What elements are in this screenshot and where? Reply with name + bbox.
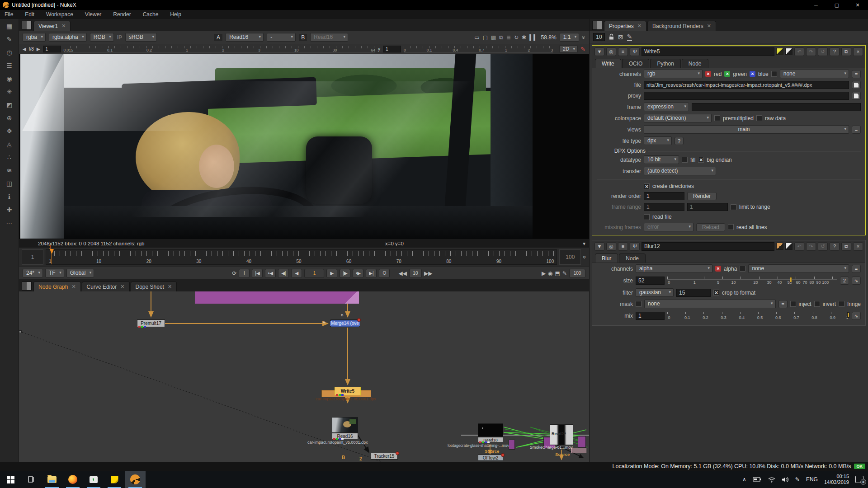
gamma-input[interactable] [383, 46, 401, 52]
play-backward-button[interactable]: ◀ [291, 269, 302, 278]
notification-center-icon[interactable]: 3 [855, 476, 863, 483]
tab-python[interactable]: Python [650, 59, 680, 68]
proxy-browse-icon[interactable] [852, 92, 861, 100]
input-process-toggle[interactable]: IP [117, 34, 122, 41]
menu-file[interactable]: File [5, 11, 13, 18]
menu-help[interactable]: Help [170, 11, 181, 18]
mask-equals-button[interactable]: = [778, 300, 788, 308]
create-directories-checkbox[interactable] [644, 183, 650, 189]
pane-menu-icon[interactable] [22, 21, 32, 30]
aperture-prev-icon[interactable]: ◀ [23, 47, 26, 52]
node-write5[interactable]: Write5 [335, 387, 361, 395]
center-node-icon[interactable]: ◎ [606, 242, 616, 251]
center-node-icon[interactable]: ◎ [606, 47, 616, 56]
gamma-slider[interactable]: 00.1 0.40.7 12 3 [404, 46, 553, 52]
play-button[interactable]: ▶ [326, 269, 337, 278]
input-a-dropdown[interactable]: Read16 [226, 33, 264, 42]
range-scope-dropdown[interactable]: Global [66, 269, 94, 277]
mask-toggle-checkbox[interactable] [740, 266, 745, 272]
green-channel-checkbox[interactable] [724, 71, 730, 77]
prev-keyframe-button[interactable]: •◀ [265, 269, 276, 278]
tray-chevron-icon[interactable]: ∧ [742, 476, 746, 483]
timeline-track[interactable]: 1 110 2030 4050 6070 8090 100 [46, 249, 557, 265]
reload-button[interactable]: Reload [696, 223, 725, 231]
tab-properties[interactable]: Properties ✕ [604, 21, 646, 31]
frame-expression-field[interactable] [692, 103, 861, 111]
node-read18[interactable]: Read18 [478, 437, 503, 443]
viewer-channels-dropdown[interactable]: rgba [23, 33, 46, 42]
start-button[interactable] [0, 471, 21, 488]
goto-end-button[interactable]: ▶| [366, 269, 377, 278]
transform-tool-icon[interactable]: ✥ [4, 127, 15, 136]
tab-close-icon[interactable]: ✕ [61, 23, 66, 29]
wrench-icon[interactable]: Ψ [630, 47, 640, 56]
frame-o-button[interactable]: O [379, 269, 390, 278]
step-inc-icon[interactable]: ▶▶ [424, 270, 432, 277]
text-color-swatch[interactable] [785, 48, 793, 55]
mix-field[interactable] [636, 312, 665, 320]
prev-frame-button[interactable]: ◀| [278, 269, 289, 278]
language-indicator[interactable]: ENG [806, 476, 818, 483]
tab-ocio[interactable]: OCIO [622, 59, 650, 68]
wrench-icon[interactable]: Ψ [630, 242, 640, 251]
viewer-mode-dropdown[interactable]: 2D [559, 45, 578, 53]
red-channel-checkbox[interactable] [705, 71, 711, 77]
menu-edit[interactable]: Edit [25, 11, 34, 18]
pause-icon[interactable]: ▍▍ [529, 34, 538, 41]
node-oflow2[interactable]: OFlow2 [478, 455, 503, 461]
read16-thumbnail[interactable] [332, 417, 358, 433]
node-color-swatch[interactable] [776, 243, 783, 250]
limit-to-range-checkbox[interactable] [731, 204, 736, 210]
zoom-level[interactable]: 58.8% [541, 34, 557, 41]
info-arrow-icon[interactable]: ▾ [583, 240, 585, 247]
close-panel-icon[interactable]: × [853, 47, 863, 56]
viewer-layer-dropdown[interactable]: rgba.alpha [49, 33, 87, 42]
flipbook-icon[interactable]: ▶ [542, 270, 546, 277]
menu-workspace[interactable]: Workspace [46, 11, 73, 18]
filter-dropdown[interactable]: gaussian [636, 288, 674, 297]
tf-dropdown[interactable]: TF [45, 269, 64, 277]
gain-slider[interactable]: 0.0150.1 0.21 23 1030 64 [64, 46, 376, 52]
inject-checkbox[interactable] [790, 301, 796, 307]
color-tool-icon[interactable]: ◉ [4, 74, 15, 83]
lock-range-icon[interactable]: ⬒ [555, 270, 560, 277]
merge-tool-icon[interactable]: ⊕ [4, 113, 15, 122]
lock-panels-icon[interactable] [609, 33, 614, 40]
views-equals-button[interactable]: = [852, 126, 861, 134]
crop-to-format-checkbox[interactable] [713, 290, 719, 296]
edit-pencil-icon[interactable]: ✎ [627, 33, 632, 41]
collapse-panel-icon[interactable]: ▼ [594, 242, 604, 251]
deep-tool-icon[interactable]: ≋ [4, 166, 15, 175]
raw-data-checkbox[interactable] [756, 115, 762, 121]
node-graph-icon[interactable]: ≡ [618, 242, 628, 251]
tab-curve-editor[interactable]: Curve Editor ✕ [82, 282, 130, 291]
draw-tool-icon[interactable]: ✎ [4, 35, 15, 44]
size-field[interactable] [636, 277, 665, 285]
proxy-path-field[interactable] [644, 92, 849, 100]
settings-gear-icon[interactable]: ✱ [522, 34, 526, 41]
other-tool-icon[interactable]: ⋯ [4, 218, 15, 227]
mask-channel-dropdown[interactable]: none [748, 264, 849, 273]
redo-icon[interactable]: ↷ [806, 242, 816, 251]
overlay-icon[interactable]: ⧉ [499, 34, 503, 41]
loop-mode-icon[interactable]: ⟳ [232, 270, 236, 277]
tab-background-renders[interactable]: Background Renders ✕ [647, 21, 716, 31]
next-frame-button[interactable]: |▶ [340, 269, 350, 278]
fill-checkbox[interactable] [682, 157, 688, 163]
filter-size-field[interactable] [676, 289, 711, 297]
task-manager-button[interactable] [83, 471, 104, 488]
channels-dropdown[interactable]: alpha [636, 264, 712, 273]
wipe-dropdown[interactable]: - [267, 33, 296, 42]
format-full-icon[interactable]: ▭ [474, 34, 479, 41]
filetype-dropdown[interactable]: dpx [644, 136, 672, 145]
read-all-lines-checkbox[interactable] [728, 224, 734, 230]
size-multi-button[interactable]: 2 [840, 277, 849, 285]
mix-curve-button[interactable]: ∿ [852, 312, 861, 320]
pen-icon[interactable]: ✎ [795, 476, 800, 483]
node-name-field[interactable] [642, 242, 774, 251]
wifi-icon[interactable] [768, 477, 775, 483]
record-icon[interactable]: ◉ [548, 270, 552, 277]
views-dropdown[interactable]: main [644, 125, 849, 134]
tab-viewer1[interactable]: Viewer1 ✕ [33, 21, 71, 31]
nukex-button[interactable] [125, 471, 146, 488]
